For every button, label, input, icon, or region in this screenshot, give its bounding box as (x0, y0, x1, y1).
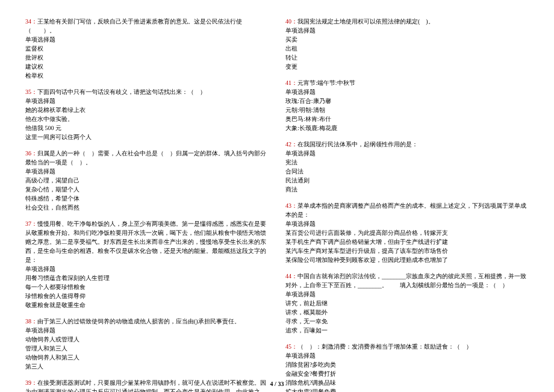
option: 买卖 (285, 35, 529, 44)
option: 动物饲养人或管理人 (25, 335, 269, 344)
option: 监督权 (25, 44, 269, 53)
question-type: 单项选择题 (25, 326, 269, 335)
option: 他借我 500 元 (25, 123, 269, 132)
question-type: 单项选择题 (25, 167, 269, 176)
option: 奥巴马:林肯:布什 (285, 114, 529, 123)
option: 用餐习惯蕴含着深刻的人生哲理 (25, 273, 269, 282)
option: 敬重粮食就是敬重生命 (25, 300, 269, 310)
question-stem: 42：在我国现行民法体系中，起纲领性作用的是： (285, 140, 529, 149)
question-stem: 38：由于第三人的过错致使饲养的动物造成他人损害的，应当由()承担民事责任。 (25, 317, 269, 326)
two-column-layout: 34：王某给有关部门写信，反映自己关于推进素质教育的意见。这是公民依法行使（ ）… (25, 17, 529, 372)
question-type: 单项选择题 (25, 96, 269, 105)
question-number: 35： (25, 89, 37, 95)
option: 第三人 (25, 362, 269, 371)
question-type: 单项选择题 (25, 264, 269, 273)
option: 她的花棉袄罩着绿上衣 (25, 105, 269, 114)
question-type: 单项选择题 (25, 35, 269, 44)
question-43: 43：菜单成本指的是商家调整产品价格而产生的成本。根据上述定义，下列选项属于菜单… (285, 201, 529, 264)
option: 出租 (285, 44, 529, 53)
stem-text: （ ）：刺激消费：发消费券相当于增加体重：鼓励进食：（ ） (297, 343, 472, 350)
left-column: 34：王某给有关部门写信，反映自己关于推进素质教育的意见。这是公民依法行使（ ）… (25, 17, 269, 372)
question-number: 43： (285, 202, 297, 209)
option: 特殊感情，希望个体 (25, 194, 269, 203)
question-34: 34：王某给有关部门写信，反映自己关于推进素质教育的意见。这是公民依法行使（ ）… (25, 17, 269, 80)
option: 某保险公司增加险种受到顾客欢迎，但因此理赔成本也增加了 (285, 255, 529, 264)
question-44: 44：中国自古就有浓烈的宗法传统，________宗族血亲之内的彼此关照，互相提… (285, 272, 529, 335)
question-number: 34： (25, 18, 37, 25)
question-number: 45： (285, 343, 297, 350)
question-number: 38： (25, 318, 37, 325)
question-number: 42： (285, 141, 297, 148)
question-type: 单项选择题 (285, 149, 529, 158)
question-number: 40： (285, 18, 297, 25)
question-type: 单项选择题 (285, 26, 529, 35)
option: 动物饲养人和第三人 (25, 353, 269, 362)
option: 消除贫困?多吃肉类 (285, 360, 529, 369)
question-41: 41：元宵节:端午节:中秋节 单项选择题 玫瑰:百合:康乃馨 元朝:明朝:清朝 … (285, 78, 529, 132)
option: 转让 (285, 53, 529, 62)
option: 民法通则 (285, 176, 529, 185)
question-stem: 37：慢慢用餐、吃干净每粒饭的人，身上至少有两项美德。第一是懂得感恩，感恩实在是… (25, 219, 269, 264)
question-number: 44： (285, 273, 297, 279)
option: 变更 (285, 62, 529, 71)
question-40: 40：我国宪法规定土地使用权可以依照法律的规定( )。 单项选择题 买卖 出租 … (285, 17, 529, 71)
question-38: 38：由于第三人的过错致使饲养的动物造成他人损害的，应当由()承担民事责任。 单… (25, 317, 269, 371)
right-column: 40：我国宪法规定土地使用权可以依照法律的规定( )。 单项选择题 买卖 出租 … (285, 17, 529, 372)
option: 建议权 (25, 62, 269, 71)
question-37: 37：慢慢用餐、吃干净每粒饭的人，身上至少有两项美德。第一是懂得感恩，感恩实在是… (25, 219, 269, 310)
question-number: 41： (285, 79, 297, 86)
question-35: 35：下面四句话中只有一句话没有歧义，请把这句话找出来：（ ） 单项选择题 她的… (25, 87, 269, 142)
stem-text: 我国宪法规定土地使用权可以依照法律的规定( )。 (297, 18, 434, 25)
option: 宪法 (285, 158, 529, 167)
question-stem: 36：归属是人的一种（ ）需要，人在社会中总是（ ）归属一定的群体。填入括号内部… (25, 149, 269, 167)
question-36: 36：归属是人的一种（ ）需要，人在社会中总是（ ）归属一定的群体。填入括号内部… (25, 149, 269, 212)
question-type: 单项选择题 (285, 290, 529, 299)
option: 商法 (285, 185, 529, 194)
stem-text: 中国自古就有浓烈的宗法传统，________宗族血亲之内的彼此关照，互相提携，并… (285, 273, 526, 288)
stem-text: 菜单成本指的是商家调整产品价格而产生的成本。根据上述定义，下列选项属于菜单成本的… (285, 202, 526, 218)
stem-text: 慢慢用餐、吃干净每粒饭的人，身上至少有两项美德。第一是懂得感恩，感恩实在是要从敬… (25, 220, 266, 263)
question-stem: 41：元宵节:端午节:中秋节 (285, 78, 529, 87)
option: 元朝:明朝:清朝 (285, 105, 529, 114)
question-type: 单项选择题 (285, 87, 529, 96)
option: 某汽车生产商对某车型进行升级后，提高了该车型的市场售价 (285, 246, 529, 255)
question-type: 单项选择题 (285, 219, 529, 228)
question-stem: 45：（ ）：刺激消费：发消费券相当于增加体重：鼓励进食：（ ） (285, 342, 529, 351)
stem-text: 归属是人的一种（ ）需要，人在社会中总是（ ）归属一定的群体。填入括号内部分最恰… (25, 150, 266, 166)
option: 扩大内需?用餐免费 (285, 387, 529, 392)
stem-text: 元宵节:端午节:中秋节 (297, 79, 355, 86)
question-number: 37： (25, 220, 37, 227)
option: 每一个人都要珍惜粮食 (25, 282, 269, 291)
question-type: 单项选择题 (285, 351, 529, 360)
question-number: 36： (25, 150, 37, 157)
stem-text: 下面四句话中只有一句话没有歧义，请把这句话找出来：（ ） (37, 89, 206, 95)
question-stem: 35：下面四句话中只有一句话没有歧义，请把这句话找出来：（ ） (25, 87, 269, 96)
option: 高级心理，渴望自己 (25, 176, 269, 185)
option: 寻求，无一幸免 (285, 317, 529, 326)
option: 管理人和第三人 (25, 344, 269, 353)
option: 这里一间房可以住两个人 (25, 132, 269, 142)
option: 追求，百喙如一 (285, 326, 529, 335)
option: 社会交往，自然而然 (25, 203, 269, 212)
option: 珍惜粮食的人值得尊仰 (25, 291, 269, 300)
question-stem: 34：王某给有关部门写信，反映自己关于推进素质教育的意见。这是公民依法行使（ ）… (25, 17, 269, 35)
option: 检举权 (25, 71, 269, 80)
option: 讲究，前赴后继 (285, 299, 529, 308)
stem-text: 王某给有关部门写信，反映自己关于推进素质教育的意见。这是公民依法行使（ ）。 (25, 18, 242, 34)
stem-text: 由于第三人的过错致使饲养的动物造成他人损害的，应当由()承担民事责任。 (37, 318, 240, 325)
option: 批评权 (25, 53, 269, 62)
question-stem: 44：中国自古就有浓烈的宗法传统，________宗族血亲之内的彼此关照，互相提… (285, 272, 529, 290)
option: 大象:长颈鹿:梅花鹿 (285, 123, 529, 132)
option: 金融安全?餐费打折 (285, 369, 529, 378)
option: 复杂心情，期望个人 (25, 185, 269, 194)
option: 讲求，概莫能外 (285, 308, 529, 317)
question-stem: 43：菜单成本指的是商家调整产品价格而产生的成本。根据上述定义，下列选项属于菜单… (285, 201, 529, 219)
page-number: 4 / 33 (0, 381, 554, 387)
option: 他在水中做实验。 (25, 114, 269, 123)
option: 玫瑰:百合:康乃馨 (285, 96, 529, 105)
option: 某百货公司进行店面装修，为此提高部分商品价格，转嫁开支 (285, 228, 529, 237)
option: 合同法 (285, 167, 529, 176)
question-stem: 40：我国宪法规定土地使用权可以依照法律的规定( )。 (285, 17, 529, 26)
option: 某手机生产商下调产品价格销量大增，但由于生产线进行扩建 (285, 237, 529, 246)
question-42: 42：在我国现行民法体系中，起纲领性作用的是： 单项选择题 宪法 合同法 民法通… (285, 140, 529, 194)
